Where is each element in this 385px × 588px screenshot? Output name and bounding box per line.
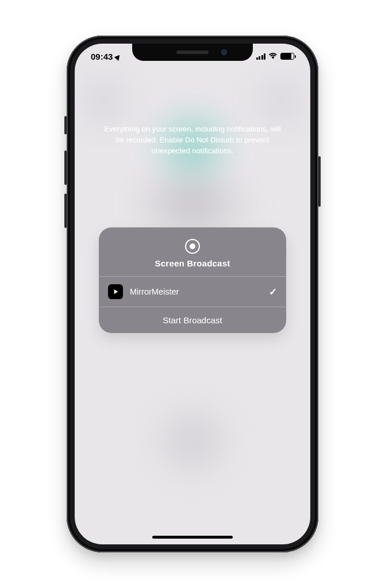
phone-frame: 09:43 Everything on your screen, includi… bbox=[67, 36, 318, 552]
broadcast-title: Screen Broadcast bbox=[106, 258, 279, 268]
checkmark-icon: ✓ bbox=[269, 286, 277, 298]
mute-switch bbox=[64, 116, 67, 134]
cell-signal-icon bbox=[256, 53, 266, 60]
battery-icon bbox=[280, 53, 294, 60]
wifi-icon bbox=[268, 53, 278, 60]
broadcast-app-row[interactable]: MirrorMeister ✓ bbox=[99, 276, 286, 307]
start-broadcast-button[interactable]: Start Broadcast bbox=[99, 307, 286, 333]
screen: 09:43 Everything on your screen, includi… bbox=[75, 44, 310, 544]
volume-down-button bbox=[64, 194, 67, 228]
mirrormeister-app-icon bbox=[108, 284, 123, 299]
recording-disclaimer: Everything on your screen, including not… bbox=[101, 124, 284, 157]
status-time: 09:43 bbox=[91, 52, 113, 61]
volume-up-button bbox=[64, 150, 67, 185]
status-bar: 09:43 bbox=[75, 48, 310, 64]
home-indicator[interactable] bbox=[152, 536, 233, 539]
broadcast-card: Screen Broadcast MirrorMeister ✓ Start B… bbox=[99, 227, 286, 333]
broadcast-app-name: MirrorMeister bbox=[130, 287, 179, 296]
broadcast-header: Screen Broadcast bbox=[99, 227, 286, 276]
record-icon bbox=[185, 239, 200, 254]
location-icon bbox=[114, 53, 122, 60]
power-button bbox=[318, 156, 321, 207]
